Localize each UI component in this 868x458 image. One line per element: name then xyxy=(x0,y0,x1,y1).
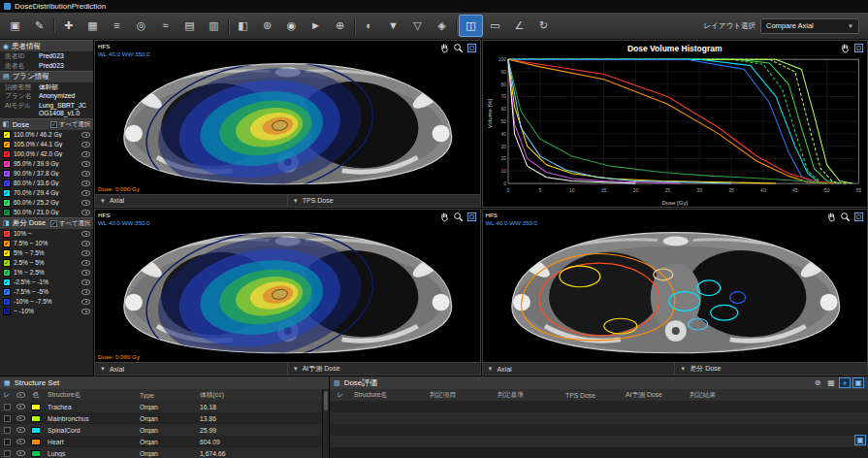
row-checkbox[interactable] xyxy=(4,450,11,457)
layout-select-dropdown[interactable]: Compare Axial ▼ xyxy=(760,18,859,34)
eye-icon[interactable] xyxy=(81,260,90,266)
table-button[interactable]: ▤ xyxy=(177,15,202,37)
add-criteria-icon[interactable]: ＋ xyxy=(839,377,851,388)
dose-visibility-checkbox[interactable]: ✓ xyxy=(3,150,11,158)
diff-dose-section-header[interactable]: ◨ 差分 Dose ✓ すべて選択 xyxy=(0,217,93,229)
orientation-select[interactable]: ▼ Axial xyxy=(95,363,287,375)
eye-icon[interactable] xyxy=(81,132,90,138)
ai-dose-column-header[interactable]: AI予測 Dose xyxy=(623,390,687,400)
check-column-header[interactable]: レ xyxy=(0,390,14,400)
zoom-icon[interactable] xyxy=(840,212,851,222)
record-button[interactable]: ► xyxy=(304,15,328,37)
type-column-header[interactable]: Type xyxy=(137,392,197,399)
diff-visibility-checkbox[interactable]: ✓ xyxy=(3,269,11,277)
expand-icon[interactable] xyxy=(853,212,864,222)
orientation-select[interactable]: ▼ Axial xyxy=(483,363,675,375)
maximize-icon[interactable]: ▣ xyxy=(852,377,864,388)
result-column-header[interactable]: 判定結果 xyxy=(687,390,749,400)
overlay-select[interactable]: ▼ AI予測 Dose xyxy=(287,363,480,375)
eye-icon[interactable] xyxy=(81,180,90,186)
capture-button[interactable]: ◉ xyxy=(279,15,304,37)
settings-button[interactable]: ⊛ xyxy=(255,15,279,37)
dose-visibility-checkbox[interactable]: ✓ xyxy=(3,180,11,187)
dropper-button[interactable]: ▼ xyxy=(381,15,405,37)
reset-button[interactable]: ↻ xyxy=(531,15,556,37)
overlay-select[interactable]: ▼ TPS Dose xyxy=(287,195,480,207)
pan-tool-button[interactable]: ◈ xyxy=(430,15,454,37)
eye-icon[interactable] xyxy=(81,190,90,196)
structure-row[interactable]: SpinalCord Organ 25.99 xyxy=(0,424,329,436)
report-button[interactable]: ▥ xyxy=(202,15,226,37)
eye-icon[interactable] xyxy=(81,171,90,177)
marker-button[interactable]: ▽ xyxy=(405,15,430,37)
criteria-column-header[interactable]: 判定基準 xyxy=(495,390,563,400)
diff-visibility-checkbox[interactable]: ✓ xyxy=(3,298,11,306)
diff-visibility-checkbox[interactable]: ✓ xyxy=(3,278,11,286)
pan-hand-icon[interactable] xyxy=(439,212,450,222)
compare-button[interactable]: ◫ xyxy=(459,15,483,37)
zoom-icon[interactable] xyxy=(453,212,464,222)
zoom-icon[interactable] xyxy=(453,43,464,53)
edit-button[interactable]: ✎ xyxy=(27,15,51,37)
name-column-header[interactable]: Structure名 xyxy=(45,390,137,400)
eye-icon[interactable] xyxy=(81,241,90,246)
diff-visibility-checkbox[interactable]: ✓ xyxy=(3,288,11,296)
eye-icon[interactable] xyxy=(81,289,90,295)
check-column-header[interactable]: レ xyxy=(330,390,351,400)
dose-visibility-checkbox[interactable]: ✓ xyxy=(3,170,11,178)
target-button[interactable]: ⊕ xyxy=(328,15,352,37)
dvh-chart[interactable]: 0510152025303540455055010203040506070809… xyxy=(483,41,868,207)
save-button[interactable]: ▣ xyxy=(3,15,27,37)
plan-info-header[interactable]: ▤ プラン情報 xyxy=(0,71,93,82)
ct-image-diff[interactable] xyxy=(483,210,868,363)
patient-info-header[interactable]: ◉ 患者情報 xyxy=(0,40,93,51)
pan-hand-icon[interactable] xyxy=(840,43,851,53)
dose-visibility-checkbox[interactable]: ✓ xyxy=(3,160,11,168)
diff-visibility-checkbox[interactable]: ✓ xyxy=(3,230,11,238)
eye-icon[interactable] xyxy=(81,309,90,314)
eye-icon[interactable] xyxy=(81,299,90,305)
diff-visibility-checkbox[interactable]: ✓ xyxy=(3,259,11,267)
scrollbar-thumb[interactable] xyxy=(324,391,328,410)
eye-icon[interactable] xyxy=(16,450,25,456)
angle-button[interactable]: ∠ xyxy=(507,15,531,37)
ct-image-tps[interactable] xyxy=(95,41,480,194)
ct-canvas-tps[interactable]: HFS WL:40.0 WW:350.0 Dose: 0.000 Gy xyxy=(95,41,480,194)
window-level-button[interactable]: ≡ xyxy=(105,15,129,37)
structure-row[interactable]: Mainbronchus Organ 13.86 xyxy=(0,412,329,424)
contour-button[interactable]: ◎ xyxy=(129,15,153,37)
diff-visibility-checkbox[interactable]: ✓ xyxy=(3,249,11,257)
eye-icon[interactable] xyxy=(81,250,90,256)
orientation-select[interactable]: ▼ Axial xyxy=(95,195,287,207)
name-column-header[interactable]: Structure名 xyxy=(351,390,427,400)
diff-visibility-checkbox[interactable]: ✓ xyxy=(3,240,11,247)
ct-canvas-ai[interactable]: HFS WL:40.0 WW:350.0 Dose: 0.000 Gy xyxy=(95,210,480,363)
structure-row[interactable]: Trachea Organ 16.18 xyxy=(0,401,329,412)
dose-visibility-checkbox[interactable]: ✓ xyxy=(3,131,11,139)
eye-icon[interactable] xyxy=(81,210,90,215)
eye-icon[interactable] xyxy=(16,404,25,409)
ruler-button[interactable]: ▭ xyxy=(483,15,507,37)
pan-hand-icon[interactable] xyxy=(439,43,450,53)
structure-table-scrollbar[interactable] xyxy=(322,389,329,458)
layout-grid-button[interactable]: ▦ xyxy=(80,15,105,37)
gear-icon[interactable]: ⊛ xyxy=(812,377,823,388)
volume-column-header[interactable]: 体積(cc) xyxy=(197,390,259,400)
eye-column-header[interactable] xyxy=(14,392,27,398)
eye-icon[interactable] xyxy=(16,415,25,421)
row-checkbox[interactable] xyxy=(4,427,11,434)
layout-icon[interactable]: ▦ xyxy=(825,377,837,388)
dose-display-button[interactable]: ◐ xyxy=(357,15,381,37)
row-checkbox[interactable] xyxy=(4,404,11,410)
dvh-canvas[interactable]: 0510152025303540455055010203040506070809… xyxy=(483,41,868,207)
ct-canvas-diff[interactable]: HFS WL:40.0 WW:350.0 xyxy=(483,210,868,363)
eye-icon[interactable] xyxy=(81,279,90,285)
row-checkbox[interactable] xyxy=(4,415,11,422)
eye-icon[interactable] xyxy=(16,427,25,433)
dose-select-all[interactable]: ✓ すべて選択 xyxy=(50,120,90,129)
ct-image-ai[interactable] xyxy=(95,210,480,363)
curve-button[interactable]: ≈ xyxy=(153,15,177,37)
dose-visibility-checkbox[interactable]: ✓ xyxy=(3,209,11,216)
overlay-select[interactable]: ▼ 差分 Dose xyxy=(674,363,867,375)
item-column-header[interactable]: 判定項目 xyxy=(427,390,495,400)
